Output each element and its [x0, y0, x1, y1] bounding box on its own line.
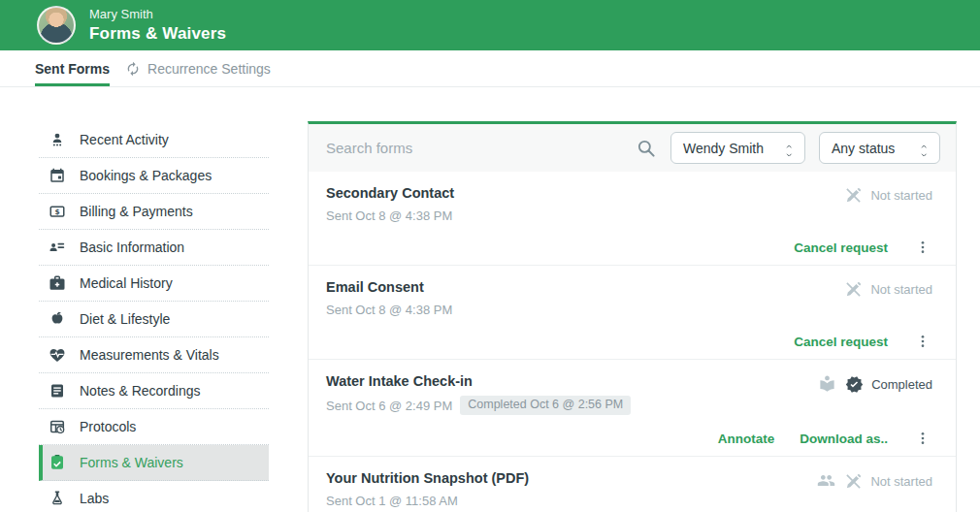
- forms-panel: Wendy Smith Any status Secondary Contact…: [308, 121, 957, 512]
- status-label: Not started: [870, 188, 932, 203]
- sidebar-item-bookings-packages[interactable]: Bookings & Packages: [39, 158, 269, 194]
- sidebar-item-billing-payments[interactable]: Billing & Payments: [39, 194, 269, 230]
- sidebar-item-label: Measurements & Vitals: [80, 347, 219, 363]
- sidebar-item-notes-recordings[interactable]: Notes & Recordings: [39, 373, 269, 409]
- sidebar-item-label: Billing & Payments: [80, 204, 193, 219]
- page-header: Mary Smith Forms & Waivers: [0, 0, 980, 50]
- sidebar-item-label: Basic Information: [80, 240, 184, 255]
- page-title: Forms & Waivers: [89, 23, 226, 44]
- sidebar-item-label: Bookings & Packages: [80, 168, 212, 183]
- medical-bag-icon: [49, 274, 66, 292]
- sidebar-item-measurements-vitals[interactable]: Measurements & Vitals: [39, 337, 269, 373]
- tab-bar: Sent Forms Recurrence Settings: [0, 50, 980, 87]
- heart-pulse-icon: [49, 346, 66, 364]
- tab-recurrence-settings-label: Recurrence Settings: [147, 61, 271, 77]
- form-title: Email Consent: [326, 278, 452, 297]
- cancel-request-button[interactable]: Cancel request: [794, 335, 888, 349]
- pen-crossed-icon: [844, 186, 863, 205]
- tab-recurrence-settings[interactable]: Recurrence Settings: [125, 50, 271, 86]
- pen-crossed-icon: [844, 280, 863, 299]
- sidebar-item-label: Notes & Recordings: [80, 383, 201, 399]
- sidebar-item-recent-activity[interactable]: Recent Activity: [39, 122, 269, 158]
- status-label: Not started: [870, 474, 932, 489]
- group-icon: [817, 471, 836, 491]
- patient-filter-value: Wendy Smith: [683, 141, 764, 156]
- patient-filter-select[interactable]: Wendy Smith: [670, 132, 805, 164]
- patient-name: Mary Smith: [89, 7, 226, 22]
- chevron-updown-icon: [785, 141, 795, 156]
- library-icon: [818, 374, 837, 394]
- patient-avatar: [37, 6, 76, 45]
- notes-icon: [49, 382, 66, 400]
- seal-check-icon: [845, 375, 864, 394]
- form-sent-date: Sent Oct 8 @ 4:38 PM: [326, 208, 452, 224]
- sidebar-item-labs[interactable]: Labs: [39, 481, 269, 512]
- status-filter-select[interactable]: Any status: [819, 132, 940, 164]
- chevron-updown-icon: [920, 141, 930, 156]
- sidebar-item-label: Diet & Lifestyle: [80, 311, 170, 327]
- recurrence-icon: [125, 61, 141, 77]
- billing-icon: [49, 203, 66, 220]
- cancel-request-button[interactable]: Cancel request: [794, 240, 888, 255]
- clipboard-check-icon: [49, 454, 66, 471]
- form-row: Water Intake Check-in Sent Oct 6 @ 2:49 …: [309, 360, 956, 457]
- flask-icon: [49, 490, 66, 507]
- status-filter-value: Any status: [832, 141, 895, 156]
- search-input[interactable]: [326, 140, 622, 156]
- forms-toolbar: Wendy Smith Any status: [309, 124, 956, 172]
- form-sent-date: Sent Oct 6 @ 2:49 PM: [326, 398, 452, 414]
- row-menu-button[interactable]: [913, 431, 932, 446]
- form-title: Secondary Contact: [326, 184, 454, 203]
- sidebar-item-protocols[interactable]: Protocols: [39, 409, 269, 445]
- sidebar-item-label: Protocols: [80, 419, 136, 434]
- apple-icon: [49, 310, 66, 328]
- sidebar-item-basic-information[interactable]: Basic Information: [39, 230, 269, 266]
- form-row: Email Consent Sent Oct 8 @ 4:38 PM Not s…: [309, 266, 956, 360]
- status-label: Not started: [870, 282, 932, 297]
- recent-activity-icon: [49, 131, 66, 148]
- sidebar-item-label: Medical History: [80, 275, 173, 291]
- status-label: Completed: [871, 377, 932, 392]
- download-as-button[interactable]: Download as..: [800, 432, 888, 446]
- form-sent-date: Sent Oct 8 @ 4:38 PM: [326, 302, 452, 318]
- row-menu-button[interactable]: [913, 334, 932, 349]
- sidebar-item-forms-waivers[interactable]: Forms & Waivers: [39, 445, 269, 481]
- completed-badge: Completed Oct 6 @ 2:56 PM: [460, 396, 631, 415]
- form-title: Water Intake Check-in: [326, 372, 631, 391]
- tab-sent-forms[interactable]: Sent Forms: [35, 50, 110, 86]
- form-row: Secondary Contact Sent Oct 8 @ 4:38 PM N…: [309, 172, 956, 266]
- sidebar-item-label: Labs: [80, 491, 109, 506]
- sidebar-item-label: Recent Activity: [80, 132, 169, 147]
- pen-crossed-icon: [844, 472, 863, 491]
- form-sent-date: Sent Oct 1 @ 11:58 AM: [326, 493, 458, 509]
- annotate-button[interactable]: Annotate: [718, 432, 775, 446]
- calendar-icon: [49, 167, 66, 184]
- form-title: Your Nutrition Snapshot (PDF): [326, 469, 529, 488]
- sidebar-item-medical-history[interactable]: Medical History: [39, 266, 269, 302]
- person-list-icon: [49, 239, 66, 256]
- row-menu-button[interactable]: [913, 240, 932, 255]
- table-clock-icon: [49, 418, 66, 435]
- patient-sidebar: Recent Activity Bookings & Packages Bill…: [39, 122, 269, 512]
- app-window: Mary Smith Forms & Waivers Sent Forms Re…: [0, 0, 980, 512]
- tab-sent-forms-label: Sent Forms: [35, 61, 110, 77]
- sidebar-item-diet-lifestyle[interactable]: Diet & Lifestyle: [39, 302, 269, 337]
- sidebar-item-label: Forms & Waivers: [80, 455, 183, 470]
- search-icon[interactable]: [636, 138, 657, 159]
- form-row: Your Nutrition Snapshot (PDF) Sent Oct 1…: [309, 457, 956, 512]
